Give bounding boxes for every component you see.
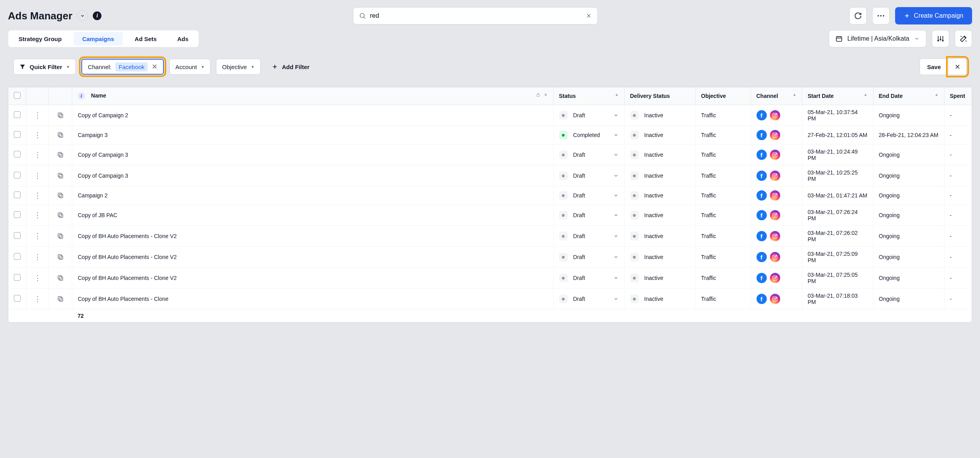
- caret-down-icon: ▼: [201, 65, 205, 69]
- row-menu-button[interactable]: ⋮: [32, 151, 43, 158]
- status-dropdown-icon[interactable]: [613, 296, 619, 302]
- add-filter-button[interactable]: Add Filter: [266, 59, 315, 75]
- table-row[interactable]: ⋮ Campaign 2 Draft Inactive Traffic: [8, 186, 972, 205]
- channel-filter-chip[interactable]: Channel: Facebook ✕: [81, 59, 164, 75]
- status-dropdown-icon[interactable]: [613, 233, 619, 239]
- tab-strategy-group[interactable]: Strategy Group: [8, 30, 72, 47]
- tab-ad-sets[interactable]: Ad Sets: [124, 30, 167, 47]
- status-dropdown-icon[interactable]: [613, 152, 619, 158]
- delivery-indicator-icon: [630, 171, 639, 180]
- duplicate-icon[interactable]: [54, 112, 66, 119]
- tab-ads[interactable]: Ads: [167, 30, 199, 47]
- channel-filter-remove-icon[interactable]: ✕: [152, 62, 158, 71]
- row-menu-button[interactable]: ⋮: [32, 295, 43, 302]
- row-checkbox[interactable]: [14, 151, 21, 158]
- svg-rect-36: [59, 154, 63, 157]
- create-campaign-button[interactable]: Create Campaign: [895, 7, 972, 24]
- svg-rect-31: [59, 134, 63, 137]
- campaign-name[interactable]: Copy of Campaign 3: [78, 152, 548, 158]
- row-checkbox[interactable]: [14, 232, 21, 239]
- select-all-checkbox[interactable]: [14, 92, 21, 99]
- row-menu-button[interactable]: ⋮: [32, 212, 43, 219]
- row-checkbox[interactable]: [14, 111, 21, 118]
- campaign-name[interactable]: Copy of JB PAC: [78, 212, 548, 218]
- search-input-wrap[interactable]: [353, 7, 598, 24]
- refresh-button[interactable]: [849, 7, 867, 24]
- row-checkbox[interactable]: [14, 131, 21, 138]
- campaign-name[interactable]: Copy of BH Auto Placements - Clone V2: [78, 275, 548, 281]
- svg-point-16: [938, 40, 939, 41]
- tab-campaigns[interactable]: Campaigns: [73, 32, 123, 45]
- row-menu-button[interactable]: ⋮: [32, 172, 43, 179]
- table-row[interactable]: ⋮ Copy of BH Auto Placements - Clone Dra…: [8, 289, 972, 310]
- campaign-name[interactable]: Copy of Campaign 3: [78, 173, 548, 179]
- table-row[interactable]: ⋮ Campaign 3 Completed Inactive Traffic: [8, 126, 972, 145]
- table-row[interactable]: ⋮ Copy of Campaign 3 Draft Inactive Traf…: [8, 145, 972, 165]
- search-clear-icon[interactable]: [586, 13, 592, 19]
- info-icon[interactable]: i: [93, 11, 101, 20]
- row-checkbox[interactable]: [14, 253, 21, 260]
- row-checkbox[interactable]: [14, 191, 21, 198]
- campaign-name[interactable]: Copy of BH Auto Placements - Clone V2: [78, 233, 548, 239]
- magic-wand-button[interactable]: [955, 30, 972, 47]
- title-dropdown[interactable]: [77, 10, 88, 21]
- table-row[interactable]: ⋮ Copy of JB PAC Draft Inactive Traffic: [8, 205, 972, 226]
- status-dropdown-icon[interactable]: [613, 254, 619, 260]
- date-range-label: Lifetime | Asia/Kolkata: [847, 35, 909, 42]
- duplicate-icon[interactable]: [54, 172, 66, 179]
- campaign-name[interactable]: Campaign 2: [78, 192, 548, 199]
- spent-value: -: [950, 112, 952, 118]
- table-row[interactable]: ⋮ Copy of Campaign 3 Draft Inactive Traf…: [8, 165, 972, 186]
- table-row[interactable]: ⋮ Copy of Campaign 2 Draft Inactive Traf…: [8, 105, 972, 126]
- more-button[interactable]: [872, 7, 890, 24]
- table-row[interactable]: ⋮ Copy of BH Auto Placements - Clone V2 …: [8, 268, 972, 289]
- row-checkbox[interactable]: [14, 274, 21, 281]
- status-dropdown-icon[interactable]: [613, 173, 619, 178]
- delivery-label: Inactive: [644, 173, 663, 179]
- campaign-name[interactable]: Copy of Campaign 2: [78, 112, 548, 118]
- status-dropdown-icon[interactable]: [613, 275, 619, 281]
- columns-settings-button[interactable]: [932, 30, 949, 47]
- table-row[interactable]: ⋮ Copy of BH Auto Placements - Clone V2 …: [8, 226, 972, 247]
- info-icon[interactable]: i: [78, 92, 85, 99]
- duplicate-icon[interactable]: [54, 274, 66, 282]
- column-menu-icon[interactable]: ▼: [615, 93, 619, 97]
- row-menu-button[interactable]: ⋮: [32, 131, 43, 139]
- campaign-name[interactable]: Campaign 3: [78, 132, 548, 138]
- status-dropdown-icon[interactable]: [613, 132, 619, 138]
- row-menu-button[interactable]: ⋮: [32, 112, 43, 119]
- account-filter-chip[interactable]: Account ▼: [169, 59, 210, 75]
- row-menu-button[interactable]: ⋮: [32, 274, 43, 282]
- column-menu-icon[interactable]: ▼: [544, 92, 548, 97]
- quick-filter-chip[interactable]: Quick Filter ▼: [13, 59, 76, 75]
- row-menu-button[interactable]: ⋮: [32, 253, 43, 261]
- duplicate-icon[interactable]: [54, 295, 66, 302]
- duplicate-icon[interactable]: [54, 151, 66, 158]
- save-filters-button[interactable]: Save: [920, 58, 948, 75]
- column-menu-icon[interactable]: ▼: [792, 93, 796, 97]
- spent-value: -: [950, 132, 952, 138]
- table-row[interactable]: ⋮ Copy of BH Auto Placements - Clone V2 …: [8, 247, 972, 268]
- column-menu-icon[interactable]: ▼: [935, 93, 939, 97]
- objective-value: Traffic: [701, 173, 716, 179]
- row-menu-button[interactable]: ⋮: [32, 192, 43, 199]
- status-dropdown-icon[interactable]: [613, 113, 619, 118]
- close-filters-button[interactable]: [948, 58, 967, 75]
- date-range-button[interactable]: Lifetime | Asia/Kolkata: [829, 30, 926, 47]
- status-dropdown-icon[interactable]: [613, 212, 619, 218]
- status-dropdown-icon[interactable]: [613, 193, 619, 198]
- campaign-name[interactable]: Copy of BH Auto Placements - Clone: [78, 296, 548, 302]
- row-menu-button[interactable]: ⋮: [32, 233, 43, 240]
- column-menu-icon[interactable]: ▼: [864, 93, 867, 97]
- row-checkbox[interactable]: [14, 295, 21, 302]
- duplicate-icon[interactable]: [54, 233, 66, 240]
- row-checkbox[interactable]: [14, 211, 21, 218]
- row-checkbox[interactable]: [14, 172, 21, 178]
- objective-filter-chip[interactable]: Objective ▼: [216, 59, 260, 75]
- campaign-name[interactable]: Copy of BH Auto Placements - Clone V2: [78, 254, 548, 260]
- search-input[interactable]: [370, 12, 582, 19]
- duplicate-icon[interactable]: [54, 253, 66, 261]
- duplicate-icon[interactable]: [54, 131, 66, 139]
- duplicate-icon[interactable]: [54, 192, 66, 199]
- duplicate-icon[interactable]: [54, 212, 66, 219]
